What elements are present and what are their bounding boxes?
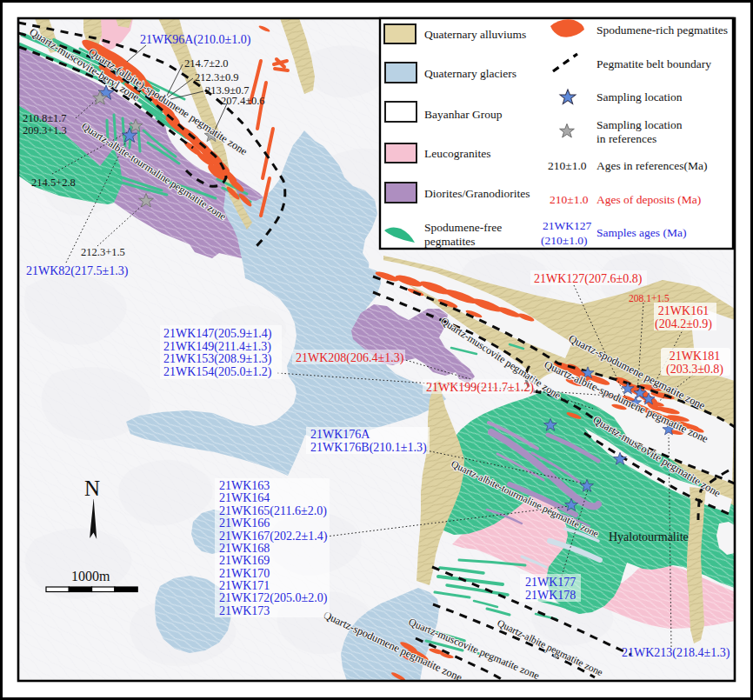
svg-text:21WK127(207.6±0.8): 21WK127(207.6±0.8) bbox=[534, 272, 643, 286]
svg-text:Leucogranites: Leucogranites bbox=[424, 147, 490, 160]
svg-text:21WK161: 21WK161 bbox=[658, 304, 709, 317]
svg-text:21WK172(205.0±2.0): 21WK172(205.0±2.0) bbox=[219, 591, 328, 605]
svg-text:Quaternary alluviums: Quaternary alluviums bbox=[424, 28, 526, 41]
svg-text:207.4±0.6: 207.4±0.6 bbox=[221, 95, 265, 107]
svg-text:21WK164: 21WK164 bbox=[219, 491, 270, 504]
svg-text:21WK176A: 21WK176A bbox=[310, 428, 370, 441]
svg-text:Spodumene-rich pegmatites: Spodumene-rich pegmatites bbox=[596, 23, 728, 37]
svg-text:21WK181: 21WK181 bbox=[670, 350, 720, 363]
svg-text:21WK177: 21WK177 bbox=[525, 576, 576, 589]
svg-text:21WK147(205.9±1.4): 21WK147(205.9±1.4) bbox=[163, 327, 272, 341]
svg-text:21WK127: 21WK127 bbox=[543, 219, 591, 232]
svg-text:Pegmatite belt boundary: Pegmatite belt boundary bbox=[596, 57, 711, 70]
svg-text:21WK213(218.4±1.3): 21WK213(218.4±1.3) bbox=[622, 646, 730, 660]
svg-text:212.3±0.9: 212.3±0.9 bbox=[195, 71, 239, 83]
svg-text:Sampling location: Sampling location bbox=[596, 90, 683, 103]
svg-text:Diorites/Granodiorites: Diorites/Granodiorites bbox=[424, 187, 530, 200]
svg-text:Ages in references(Ma): Ages in references(Ma) bbox=[596, 159, 707, 172]
svg-text:Samples ages (Ma): Samples ages (Ma) bbox=[596, 226, 686, 239]
svg-text:Sampling location: Sampling location bbox=[596, 118, 683, 131]
svg-text:21WK173: 21WK173 bbox=[219, 604, 270, 617]
svg-text:in references: in references bbox=[596, 132, 656, 145]
svg-text:214.5+2.8: 214.5+2.8 bbox=[31, 177, 76, 189]
svg-text:21WK208(206.4±1.3): 21WK208(206.4±1.3) bbox=[296, 351, 404, 365]
svg-text:21WK96A(210.0±1.0): 21WK96A(210.0±1.0) bbox=[140, 33, 251, 47]
svg-text:Bayanhar Group: Bayanhar Group bbox=[424, 108, 503, 121]
svg-text:214.7±2.0: 214.7±2.0 bbox=[184, 57, 229, 70]
svg-text:(203.3±0.8): (203.3±0.8) bbox=[666, 363, 723, 377]
svg-text:210±1.0: 210±1.0 bbox=[548, 159, 587, 172]
svg-text:Ages of deposits (Ma): Ages of deposits (Ma) bbox=[596, 193, 701, 206]
svg-text:Quaternary glaciers: Quaternary glaciers bbox=[424, 67, 516, 80]
svg-text:Hyalotourmalite: Hyalotourmalite bbox=[609, 530, 689, 543]
svg-text:21WK178: 21WK178 bbox=[525, 589, 576, 602]
svg-text:21WK199(211.7±1.2): 21WK199(211.7±1.2) bbox=[426, 381, 534, 395]
svg-text:21WK168: 21WK168 bbox=[219, 542, 270, 555]
svg-text:21WK166: 21WK166 bbox=[219, 517, 270, 530]
svg-text:N: N bbox=[84, 477, 100, 500]
svg-text:210±1.0: 210±1.0 bbox=[550, 193, 589, 206]
svg-text:21WK82(217.5±1.3): 21WK82(217.5±1.3) bbox=[26, 264, 129, 278]
svg-text:(204.2±0.9): (204.2±0.9) bbox=[655, 317, 712, 331]
svg-text:208.1+1.5: 208.1+1.5 bbox=[629, 293, 670, 303]
svg-text:210.8±1.7: 210.8±1.7 bbox=[23, 112, 67, 124]
svg-text:21WK171: 21WK171 bbox=[219, 579, 270, 592]
svg-text:209.3+1.3: 209.3+1.3 bbox=[23, 124, 67, 137]
svg-text:1000m: 1000m bbox=[71, 569, 110, 583]
svg-text:21WK154(205.0±1.2): 21WK154(205.0±1.2) bbox=[163, 365, 272, 379]
svg-text:21WK176B(210.1±1.3): 21WK176B(210.1±1.3) bbox=[310, 441, 427, 455]
svg-text:21WK170: 21WK170 bbox=[219, 567, 270, 580]
svg-text:Spodumene-free: Spodumene-free bbox=[424, 221, 502, 234]
svg-text:21WK169: 21WK169 bbox=[219, 554, 270, 567]
svg-text:(210±1.0): (210±1.0) bbox=[541, 234, 588, 247]
svg-text:212.3+1.5: 212.3+1.5 bbox=[81, 246, 125, 258]
svg-text:21WK163: 21WK163 bbox=[219, 479, 270, 492]
svg-text:21WK153(208.9±1.3): 21WK153(208.9±1.3) bbox=[163, 352, 272, 366]
svg-text:pegmatites: pegmatites bbox=[424, 235, 475, 248]
